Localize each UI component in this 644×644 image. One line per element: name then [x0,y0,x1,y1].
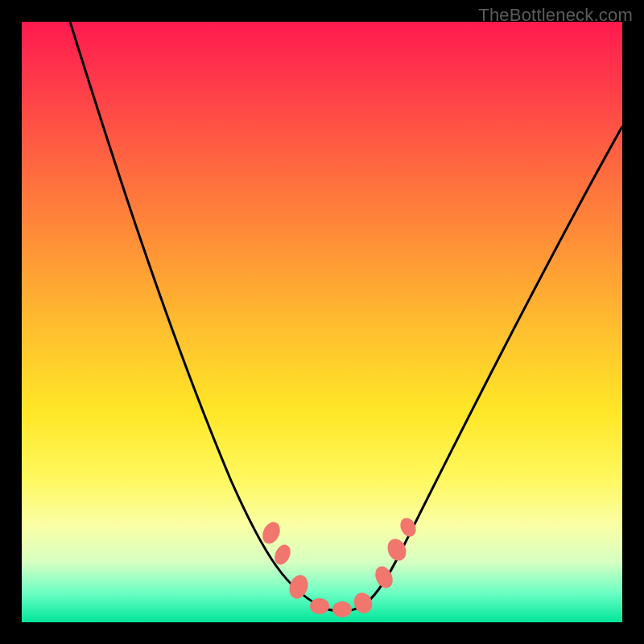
plot-area [22,22,622,622]
marker-node [310,598,329,614]
marker-node [398,515,419,539]
curve-layer [22,22,622,622]
marker-group [259,515,419,617]
marker-node [351,590,375,616]
chart-frame: TheBottleneck.com [0,0,644,644]
bottleneck-curve [70,22,622,611]
marker-node [332,601,352,617]
watermark-text: TheBottleneck.com [478,5,633,26]
